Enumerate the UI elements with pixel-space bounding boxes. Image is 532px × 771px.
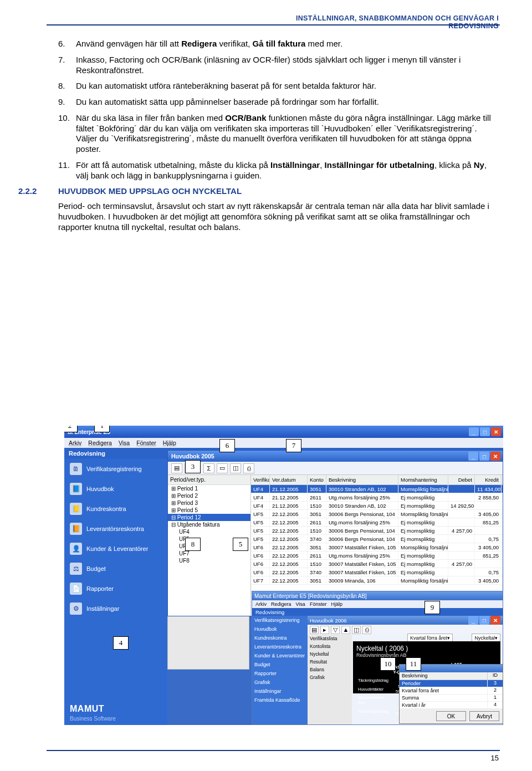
minimize-button[interactable]: _: [469, 427, 479, 436]
sidebar-item-kunder[interactable]: 👤Kunder & Leverantörer: [64, 539, 167, 559]
close-button[interactable]: ✕: [490, 452, 500, 461]
table-row[interactable]: UF421.12.20052611Utg.moms försäljning 25…: [251, 493, 503, 502]
nested-nav-item[interactable]: Leverantörsreskontra: [252, 642, 308, 651]
tree-node[interactable]: ⊟ Period 12: [168, 514, 250, 521]
table-row[interactable]: UF622.12.20052611Utg.moms försäljning 25…: [251, 552, 503, 560]
sigma-icon[interactable]: Σ: [203, 463, 214, 473]
tool-icon[interactable]: ▭: [217, 463, 228, 473]
sidebar-item-verif[interactable]: 🗎Verifikatsregistrering: [64, 459, 167, 479]
nested-nav-item[interactable]: Kundreskontra: [252, 634, 308, 642]
tool-icon[interactable]: ▲: [341, 626, 350, 634]
callout-11: 11: [406, 657, 421, 671]
menu-arkiv[interactable]: Arkiv: [69, 440, 81, 446]
tool-icon[interactable]: ◫: [352, 626, 361, 634]
sidebar-item-budget[interactable]: ⚖Budget: [64, 559, 167, 579]
list-item-11: 11. För att få automatisk utbetalning, m…: [58, 160, 493, 181]
tool-icon[interactable]: ▤: [171, 463, 182, 473]
kvartal-dropdown[interactable]: Kvartal förra året ▾: [407, 634, 453, 642]
nyckeltal-dropdown[interactable]: Nyckeltal ▾: [472, 634, 500, 642]
table-row[interactable]: UF421.12.2005305130010 Stranden AB, 102M…: [251, 485, 503, 493]
body-content: 6. Använd genvägen här till att Redigera…: [58, 39, 493, 238]
minimize-button[interactable]: _: [468, 616, 478, 625]
nested-nav-item[interactable]: Verifikatsregistrering: [252, 616, 308, 625]
nested-hb-titlebar[interactable]: Huvudbok 2006 _□✕: [308, 616, 503, 625]
huvudbok-titlebar[interactable]: Huvudbok 2005 _□✕: [168, 451, 503, 462]
nested-nav-item[interactable]: Rapporter: [252, 669, 308, 678]
callout-1: 1: [94, 426, 110, 432]
popup-row[interactable]: Kvartal förra året2: [400, 687, 503, 695]
nested-grey-item[interactable]: Kontolista: [308, 642, 352, 650]
menubar[interactable]: Arkiv Redigera Visa Fönster Hjälp: [64, 438, 503, 448]
tool-icon[interactable]: ▸: [320, 626, 329, 634]
print-icon[interactable]: ⎙: [243, 463, 254, 473]
huvudbok-toolbar: ▤ ▸ Σ ▭ ◫ ⎙: [168, 462, 503, 475]
nested-module-bar[interactable]: Redovisning: [252, 608, 503, 616]
popup-row[interactable]: Kvartal i år4: [400, 702, 503, 709]
table-row[interactable]: UF522.12.2005374030006 Bergs Pensionat, …: [251, 535, 503, 543]
nested-grey-item[interactable]: Resultat: [308, 658, 352, 666]
maximize-button[interactable]: □: [479, 616, 489, 625]
brand-subtitle: Business Software: [70, 716, 116, 722]
tool-icon[interactable]: ▽: [331, 626, 340, 634]
callout-3: 3: [185, 460, 201, 473]
popup-row[interactable]: Summa1: [400, 695, 503, 702]
sidebar-item-huvudbok[interactable]: 📘Huvudbok: [64, 479, 167, 499]
nested-grey-item[interactable]: Nyckeltal: [308, 650, 352, 658]
nested-toolbar: ▤ ▸ ▽ ▲ ◫ ⎙ Nyckeltal ▾ Kvartal förra år…: [308, 625, 503, 635]
nested-nav-item[interactable]: Framtida Kassaflöde: [252, 696, 308, 704]
tree-node[interactable]: ⊟ Utgående faktura: [168, 521, 250, 528]
sidebar-item-installningar[interactable]: ⚙Inställningar: [64, 599, 167, 619]
nested-nav-item[interactable]: Budget: [252, 660, 308, 669]
nested-nav-item[interactable]: Kunder & Leverantörer: [252, 651, 308, 660]
scale-icon: ⚖: [70, 563, 82, 575]
table-row[interactable]: UF522.12.2005151030006 Bergs Pensionat, …: [251, 527, 503, 535]
nested-nav-item[interactable]: Inställningar: [252, 687, 308, 696]
tree-node[interactable]: UF8: [168, 557, 250, 564]
nested-grey-item[interactable]: Verifikatslista: [308, 635, 352, 642]
print-icon[interactable]: ⎙: [362, 626, 371, 634]
table-row[interactable]: UF622.12.2005374030007 Matstället Fisken…: [251, 568, 503, 576]
table-row[interactable]: UF622.12.2005151030007 Matstället Fisken…: [251, 560, 503, 568]
table-row[interactable]: UF622.12.2005305130007 Matstället Fisken…: [251, 543, 503, 552]
popup-row[interactable]: Perioder3: [400, 680, 503, 687]
close-button[interactable]: ✕: [490, 616, 500, 625]
cancel-button[interactable]: Avbryt: [469, 711, 499, 721]
ok-button[interactable]: OK: [436, 711, 466, 721]
sidebar-item-kund[interactable]: 📒Kundreskontra: [64, 499, 167, 519]
nested-titlebar[interactable]: Mamut Enterprise E5 [Redovisningsbyrån A…: [252, 591, 503, 600]
titlebar-main[interactable]: ut Enterprise E5 _ □ ✕: [64, 426, 503, 438]
callout-2: 2: [64, 426, 78, 432]
menu-redigera[interactable]: Redigera: [88, 440, 112, 446]
menu-hjalp[interactable]: Hjälp: [163, 440, 176, 446]
tool-icon[interactable]: ◫: [230, 463, 241, 473]
nested-grey-item[interactable]: Grafisk: [308, 673, 352, 681]
nested-menubar[interactable]: ArkivRedigeraVisaFönsterHjälp: [252, 600, 503, 608]
tree-node[interactable]: ⊞ Period 1: [168, 485, 250, 492]
doc-icon: 🗎: [70, 463, 82, 475]
maximize-button[interactable]: □: [479, 452, 489, 461]
minimize-button[interactable]: _: [468, 452, 478, 461]
callout-8: 8: [185, 538, 201, 551]
tool-icon[interactable]: ▤: [310, 626, 319, 634]
nested-nav-item[interactable]: Grafisk: [252, 678, 308, 687]
table-row[interactable]: UF421.12.2005151030010 Stranden AB, 102E…: [251, 502, 503, 510]
sidebar-item-rapporter[interactable]: 📄Rapporter: [64, 579, 167, 599]
sidebar-item-lev[interactable]: 📙Leverantörsreskontra: [64, 519, 167, 539]
maximize-button[interactable]: □: [480, 427, 490, 436]
callout-4: 4: [113, 636, 129, 650]
nested-nav-item[interactable]: Huvudbok: [252, 625, 308, 634]
nested-grey-item[interactable]: Balans: [308, 666, 352, 673]
section-heading: 2.2.2 HUVUDBOK MED UPPSLAG OCH NYCKELTAL: [58, 186, 493, 197]
tree-node[interactable]: ⊞ Period 3: [168, 499, 250, 507]
menu-fonster[interactable]: Fönster: [136, 440, 156, 446]
close-button[interactable]: ✕: [491, 427, 501, 436]
menu-visa[interactable]: Visa: [119, 440, 130, 446]
table-row[interactable]: UF522.12.20052611Utg.moms försäljning 25…: [251, 518, 503, 527]
tree-node[interactable]: ⊞ Period 2: [168, 492, 250, 499]
table-row[interactable]: UF722.12.2005305130009 Miranda, 106Momsp…: [251, 576, 503, 585]
tree-node[interactable]: UF4: [168, 528, 250, 535]
tree-node[interactable]: ⊞ Period 5: [168, 507, 250, 514]
table-row[interactable]: UF522.12.2005305130006 Bergs Pensionat, …: [251, 510, 503, 518]
person-icon: 👤: [70, 543, 82, 555]
screenshot-composite: ut Enterprise E5 _ □ ✕ Arkiv Redigera Vi…: [64, 426, 503, 725]
